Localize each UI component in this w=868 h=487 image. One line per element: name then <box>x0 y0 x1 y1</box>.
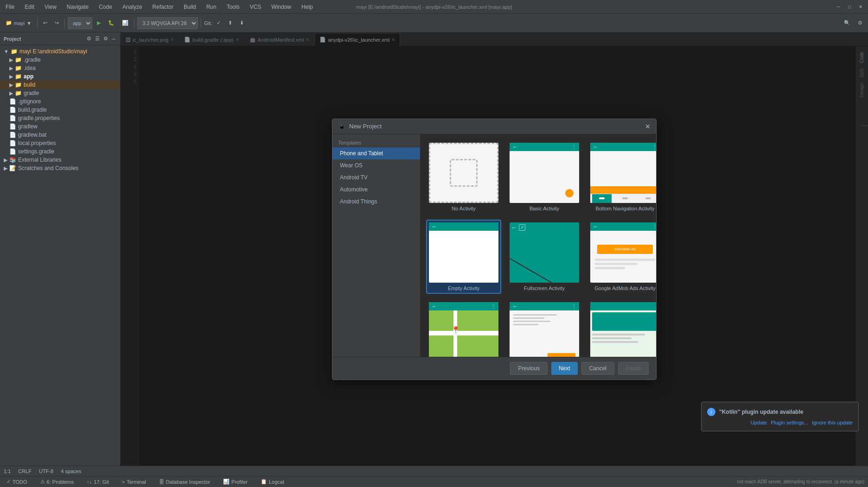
expand-icon: ⤢ <box>519 224 525 231</box>
menu-help[interactable]: Help <box>300 3 315 11</box>
sidebar-icons[interactable]: ⚙ ☰ ⚙ ─ <box>86 34 116 44</box>
admob-banner: Interstitial Ad <box>597 245 653 254</box>
menu-run[interactable]: Run <box>204 3 218 11</box>
plugin-settings-button[interactable]: Plugin settings... <box>771 420 808 425</box>
template-bottom-nav[interactable]: ← ⋮ <box>587 140 656 214</box>
tree-item-local-props[interactable]: 📄 local.properties <box>0 139 120 147</box>
template-no-activity[interactable]: No Activity <box>426 140 501 214</box>
folder-icon: 📁 <box>15 65 22 71</box>
menu-refactor[interactable]: Refactor <box>151 3 175 11</box>
nav-item-automotive[interactable]: Automotive <box>332 183 420 196</box>
git-checkmark[interactable]: ✓ <box>214 17 223 30</box>
menu-edit[interactable]: Edit <box>23 3 36 11</box>
menu-navigate[interactable]: Navigate <box>65 3 90 11</box>
update-button[interactable]: Update <box>751 420 767 425</box>
dialog-close-button[interactable]: ✕ <box>645 123 651 130</box>
toolbar-undo[interactable]: ↩ <box>40 17 50 30</box>
tree-item-gradlew[interactable]: 📄 gradlew <box>0 122 120 131</box>
cancel-button[interactable]: Cancel <box>581 362 614 375</box>
tree-item-scratches[interactable]: ▶ 📝 Scratches and Consoles <box>0 164 120 172</box>
more-icon: ⋮ <box>652 144 656 149</box>
finish-button[interactable]: Finish <box>618 362 649 375</box>
tree-item-gradle-dir[interactable]: ▶ 📁 gradle <box>0 89 120 97</box>
logcat-button[interactable]: 📋 Logcat <box>258 476 287 487</box>
run-config-dropdown[interactable]: app <box>68 17 92 29</box>
problems-button[interactable]: ⚠ 6: Problems <box>38 476 77 487</box>
sidebar-settings-icon[interactable]: ⚙ <box>86 34 92 44</box>
menu-build[interactable]: Build <box>182 3 198 11</box>
status-charset[interactable]: UTF-8 <box>39 468 53 474</box>
menu-view[interactable]: View <box>43 3 58 11</box>
settings-button[interactable]: ⚙ <box>855 17 865 30</box>
status-position[interactable]: 1:1 <box>4 468 11 474</box>
nav-item-wear-os[interactable]: Wear OS <box>332 159 420 171</box>
database-inspector-button[interactable]: 🗄 Database Inspector <box>156 476 213 487</box>
menu-vcs[interactable]: VCS <box>248 3 263 11</box>
maximize-button[interactable]: □ <box>846 3 853 11</box>
tree-item-app[interactable]: ▶ 📁 app <box>0 72 120 81</box>
template-admob[interactable]: ← ⋮ Interstitial Ad <box>587 220 656 294</box>
more-icon: ⋮ <box>572 144 576 149</box>
menu-code[interactable]: Code <box>97 3 114 11</box>
tree-item-root[interactable]: ▼ 📁 mayi E:\androidStudio\mayi <box>0 47 120 56</box>
debug-button[interactable]: 🐛 <box>105 17 117 30</box>
tree-item-gradle-props[interactable]: 📄 gradle.properties <box>0 114 120 122</box>
menu-analyze[interactable]: Analyze <box>121 3 144 11</box>
todo-button[interactable]: ✓ TODO <box>4 476 30 487</box>
tree-item-build[interactable]: ▶ 📁 build <box>0 81 120 89</box>
menu-file[interactable]: File <box>4 3 16 11</box>
tree-item-gradlew-bat[interactable]: 📄 gradlew.bat <box>0 131 120 139</box>
menu-tools[interactable]: Tools <box>225 3 242 11</box>
sidebar-minimize-icon[interactable]: ─ <box>111 34 116 44</box>
tree-item-gitignore[interactable]: 📄 .gitignore <box>0 97 120 106</box>
template-maps[interactable]: ← ⋮ 📍 Google Maps Activity <box>426 299 501 357</box>
dialog-nav: Templates Phone and Tablet Wear OS Andro… <box>332 134 421 357</box>
status-encoding[interactable]: CRLF <box>18 468 32 474</box>
profiler-icon: 📊 <box>223 479 230 485</box>
nav-item-android-tv[interactable]: Android TV <box>332 171 420 183</box>
tree-item-settings-gradle[interactable]: 📄 settings.gradle <box>0 147 120 156</box>
tree-item-gradle[interactable]: ▶ 📁 .gradle <box>0 56 120 64</box>
notif-actions[interactable]: Update Plugin settings... Ignore this up… <box>707 420 853 425</box>
template-fullscreen[interactable]: ← ⤢ Fullscreen Activity <box>507 220 582 294</box>
toolbar-redo[interactable]: ↪ <box>52 17 62 30</box>
status-bar: 1:1 CRLF UTF-8 4 spaces <box>0 466 868 476</box>
template-login[interactable]: ← ⋮ <box>507 299 582 357</box>
toolbar-project-dropdown[interactable]: 📁 mayi ▼ <box>3 17 34 30</box>
menubar[interactable]: File Edit View Navigate Code Analyze Ref… <box>4 3 315 11</box>
api-dropdown[interactable]: 3.3 WQVGA API 28 <box>137 17 198 29</box>
close-window-button[interactable]: ✕ <box>857 3 864 11</box>
git-push[interactable]: ⬆ <box>225 17 235 30</box>
tree-item-external-libs[interactable]: ▶ 📚 External Libraries <box>0 156 120 164</box>
menu-window[interactable]: Window <box>269 3 293 11</box>
run-button[interactable]: ▶ <box>94 17 103 30</box>
minimize-button[interactable]: ─ <box>835 3 842 11</box>
git-button[interactable]: ↑↓ 17: Git <box>84 476 111 487</box>
nav-item-phone-tablet[interactable]: Phone and Tablet <box>332 147 420 159</box>
project-tree[interactable]: ▼ 📁 mayi E:\androidStudio\mayi ▶ 📁 .grad… <box>0 45 120 466</box>
file-icon: 📄 <box>9 140 16 146</box>
template-basic-activity[interactable]: ← ⋮ Basic Activity <box>507 140 582 214</box>
sidebar-gear-icon[interactable]: ⚙ <box>102 34 109 44</box>
tree-item-build-gradle[interactable]: 📄 build.gradle <box>0 106 120 114</box>
template-empty-activity[interactable]: ← Empty Activity <box>426 220 501 294</box>
terminal-button[interactable]: > Terminal <box>119 476 149 487</box>
nav-item-android-things[interactable]: Android Things <box>332 196 420 208</box>
ignore-button[interactable]: Ignore this update <box>812 420 853 425</box>
tree-item-label: gradlew <box>18 123 38 130</box>
dialog-footer: Previous Next Cancel Finish <box>332 357 656 379</box>
problems-label: 6: Problems <box>47 479 74 485</box>
next-button[interactable]: Next <box>551 362 578 375</box>
window-controls[interactable]: ─ □ ✕ <box>835 3 864 11</box>
template-settings[interactable]: Settings Activity <box>587 299 656 357</box>
tree-item-idea[interactable]: ▶ 📁 .idea <box>0 64 120 72</box>
search-everywhere-button[interactable]: 🔍 <box>841 17 853 30</box>
profile-button[interactable]: 📊 <box>119 17 131 30</box>
empty-activity-thumb: ← <box>429 222 498 283</box>
profiler-button[interactable]: 📊 Profiler <box>220 476 250 487</box>
previous-button[interactable]: Previous <box>510 362 548 375</box>
git-pull[interactable]: ⬇ <box>237 17 247 30</box>
tree-item-label: mayi E:\androidStudio\mayi <box>19 48 87 55</box>
sidebar-layout-icon[interactable]: ☰ <box>94 34 101 44</box>
project-icon: 📁 <box>6 20 12 26</box>
